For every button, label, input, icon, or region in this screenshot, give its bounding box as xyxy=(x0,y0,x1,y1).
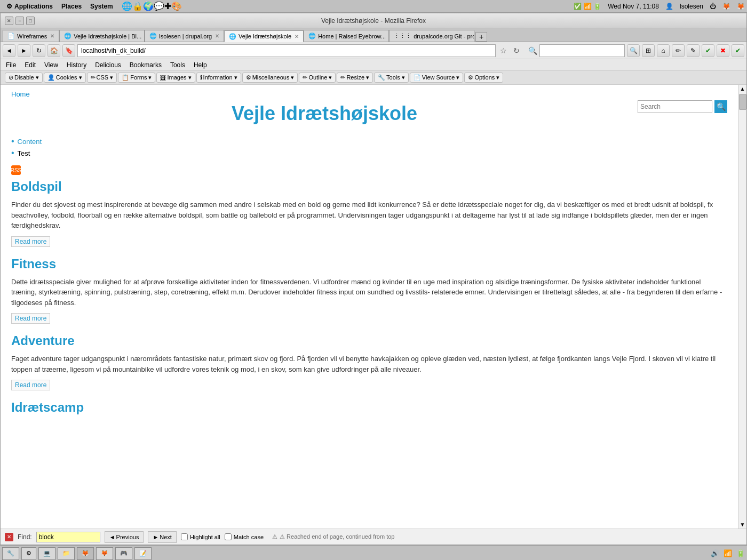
nav-extra1[interactable]: ⊞ xyxy=(642,44,655,57)
home-link[interactable]: Home xyxy=(11,90,30,98)
nav-item-content: Content xyxy=(11,135,727,147)
tab-drupalcode[interactable]: ⋮⋮⋮ drupalcode.org Git - pro... ✕ xyxy=(389,30,474,42)
devbtn-information[interactable]: ℹ Information ▾ xyxy=(196,73,241,83)
back-button[interactable]: ◄ xyxy=(3,44,15,57)
forward-button[interactable]: ► xyxy=(18,44,30,57)
devbtn-outline[interactable]: ✏ Outline ▾ xyxy=(299,73,336,83)
menu-delicious[interactable]: Delicious xyxy=(92,60,124,70)
os-topbar: ⚙ Applications Places System 🌐 🔒 🌍 💬 ✚ 🎨… xyxy=(0,0,747,13)
bookmark-button[interactable]: 🔖 xyxy=(62,44,75,57)
highlight-all-input[interactable] xyxy=(181,533,188,540)
star-button[interactable]: ☆ xyxy=(498,45,509,56)
devbtn-resize[interactable]: ✏ Resize ▾ xyxy=(337,73,373,83)
tray-battery: 🔋 xyxy=(736,549,745,557)
menu-file[interactable]: File xyxy=(3,60,19,70)
os-apps-menu[interactable]: ⚙ Applications xyxy=(2,3,57,10)
power-icon[interactable]: ⏻ xyxy=(710,3,716,10)
os-places-menu[interactable]: Places xyxy=(57,3,86,10)
read-more-boldspil[interactable]: Read more xyxy=(11,236,50,247)
tab-vejle-blog[interactable]: 🌐 Vejle Idrætshøjskole | Bl... ✕ xyxy=(59,30,145,42)
close-button[interactable]: ✕ xyxy=(5,17,13,25)
browser-icon: 🌍 xyxy=(143,1,154,11)
menu-history[interactable]: History xyxy=(63,60,90,70)
article-boldspil: Boldspil Finder du det sjovest og mest i… xyxy=(11,179,727,257)
google-search-button[interactable]: 🔍 xyxy=(627,44,640,57)
devbtn-forms[interactable]: 📋 Forms ▾ xyxy=(118,73,155,83)
read-more-adventure[interactable]: Read more xyxy=(11,380,50,390)
match-case-checkbox[interactable]: Match case xyxy=(225,533,264,540)
reload-button[interactable]: ↻ xyxy=(33,44,45,57)
devbtn-tools[interactable]: 🔧 Tools ▾ xyxy=(374,73,409,83)
new-tab-button[interactable]: + xyxy=(475,32,487,42)
menu-help[interactable]: Help xyxy=(190,60,210,70)
devbtn-viewsource[interactable]: 📄 View Source ▾ xyxy=(410,73,464,83)
tab-close-vejle[interactable]: ✕ xyxy=(295,34,299,39)
find-next-button[interactable]: ► Next xyxy=(148,531,177,543)
tab-lsolesen[interactable]: 🌐 lsolesen | drupal.org ✕ xyxy=(145,30,224,42)
taskbar-app1[interactable]: 🎮 xyxy=(115,547,132,560)
site-title: Vejle Idrætshøjskole xyxy=(11,102,638,125)
tab-close-lsolesen[interactable]: ✕ xyxy=(215,33,219,39)
devbtn-css[interactable]: ✏ CSS ▾ xyxy=(87,73,117,83)
taskbar-wrench[interactable]: 🔧 xyxy=(2,547,19,560)
location-refresh[interactable]: ↻ xyxy=(511,45,522,56)
google-search-field[interactable] xyxy=(543,47,621,54)
tab-vejle-active[interactable]: 🌐 Vejle Idrætshøjskole ✕ xyxy=(224,30,304,42)
tab-raised-eyebrow[interactable]: 🌐 Home | Raised Eyebrow... ✕ xyxy=(304,30,389,42)
nav-extra3[interactable]: ✏ xyxy=(672,44,685,57)
menu-bookmarks[interactable]: Bookmarks xyxy=(126,60,165,70)
chat-icon: 💬 xyxy=(154,1,164,11)
article-idraetscamp: Idrætscamp xyxy=(11,400,727,415)
scroll-up[interactable]: ▲ xyxy=(739,85,746,93)
devbtn-disable[interactable]: ⊘ Disable ▾ xyxy=(5,73,43,83)
highlight-all-checkbox[interactable]: Highlight all xyxy=(181,533,220,540)
nav-extra2[interactable]: ⌂ xyxy=(657,44,670,57)
menu-edit[interactable]: Edit xyxy=(21,60,39,70)
tab-wireframes[interactable]: 📄 Wireframes ✕ xyxy=(3,30,59,42)
scroll-thumb[interactable] xyxy=(739,94,746,110)
find-close-button[interactable]: ✕ xyxy=(5,533,13,541)
find-previous-button[interactable]: ◄ Previous xyxy=(105,531,144,543)
read-more-fitness[interactable]: Read more xyxy=(11,313,50,324)
home-button[interactable]: 🏠 xyxy=(47,44,60,57)
taskbar-terminal[interactable]: 💻 xyxy=(38,547,55,560)
taskbar-firefox[interactable]: 🦊 xyxy=(77,547,94,560)
outline-icon: ✏ xyxy=(303,74,307,81)
rss-icon[interactable]: RSS xyxy=(11,165,21,175)
devbtn-options[interactable]: ⚙ Options ▾ xyxy=(464,73,503,83)
taskbar-settings[interactable]: ⚙ xyxy=(21,547,36,560)
find-label: Find: xyxy=(18,533,32,541)
find-status: ⚠ ⚠ Reached end of page, continued from … xyxy=(272,533,394,540)
devbtn-cookies[interactable]: 👤 Cookies ▾ xyxy=(44,73,86,83)
search-button[interactable]: 🔍 xyxy=(714,100,727,113)
menu-view[interactable]: View xyxy=(41,60,61,70)
activity-icon: ✚ xyxy=(164,1,171,11)
tray-network[interactable]: 📶 xyxy=(724,549,732,557)
firefox-icon: 🦊 xyxy=(722,3,730,10)
nav-link-content[interactable]: Content xyxy=(18,138,42,146)
taskbar-app2[interactable]: 📝 xyxy=(134,547,152,560)
nav-extra4[interactable]: ✎ xyxy=(687,44,700,57)
article-title-fitness: Fitness xyxy=(11,257,727,271)
tab-close-wireframes[interactable]: ✕ xyxy=(50,33,54,39)
scrollbar[interactable]: ▲ ▼ xyxy=(738,85,746,529)
address-bar[interactable]: localhost/vih_dk_build/ xyxy=(77,44,496,57)
tray-sound[interactable]: 🔊 xyxy=(711,549,719,557)
find-input[interactable] xyxy=(36,532,100,542)
forms-icon: 📋 xyxy=(122,74,129,81)
username: lsolesen xyxy=(680,3,703,10)
article-title-idraetscamp: Idrætscamp xyxy=(11,400,727,415)
google-search-input[interactable] xyxy=(539,44,625,57)
scroll-down[interactable]: ▼ xyxy=(739,521,746,529)
devbtn-images[interactable]: 🖼 Images ▾ xyxy=(156,73,195,83)
match-case-input[interactable] xyxy=(225,533,232,540)
minimize-button[interactable]: − xyxy=(15,17,24,25)
search-input[interactable] xyxy=(638,100,712,113)
status-ok: ✔ xyxy=(702,44,714,57)
devbtn-misc[interactable]: ⚙ Miscellaneous ▾ xyxy=(242,73,298,83)
menu-tools[interactable]: Tools xyxy=(167,60,188,70)
taskbar-files[interactable]: 📁 xyxy=(58,547,75,560)
maximize-button[interactable]: □ xyxy=(26,17,35,25)
taskbar-firefox2[interactable]: 🦊 xyxy=(96,547,113,560)
os-system-menu[interactable]: System xyxy=(86,3,117,10)
